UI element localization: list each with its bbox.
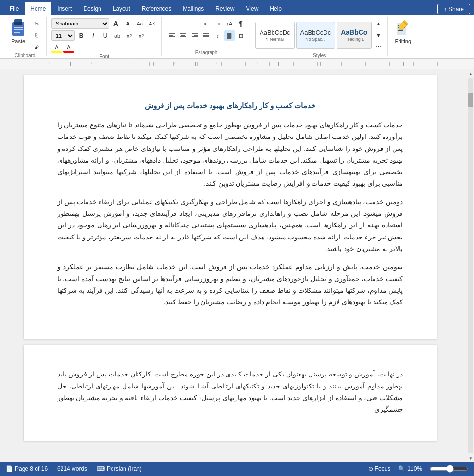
line-spacing-button[interactable]: ↕ <box>212 30 223 41</box>
tab-design[interactable]: Design <box>77 2 107 15</box>
justify-button[interactable] <box>201 30 212 41</box>
language-indicator: ⌨ Persian (Iran) <box>97 465 142 472</box>
svg-rect-2 <box>14 22 22 25</box>
clipboard-group: Paste ✂ ⎘ 🖌 Clipboard <box>4 17 47 56</box>
sort-button[interactable]: ↕A <box>224 18 235 29</box>
ruler-svg <box>29 62 445 70</box>
language-icon: ⌨ <box>97 465 105 472</box>
font-group: Shabnam A A Aa A✕ 11 B I U ab x2 x2 A A <box>48 17 162 56</box>
tab-layout[interactable]: Layout <box>107 2 136 15</box>
editing-icon <box>396 19 410 37</box>
svg-rect-3 <box>14 27 23 28</box>
page-info[interactable]: 📄 Page 8 of 16 <box>6 465 48 472</box>
subscript-button[interactable]: x2 <box>124 30 135 41</box>
copy-button[interactable]: ⎘ <box>31 30 42 40</box>
align-left-button[interactable] <box>166 30 177 41</box>
status-bar: 📄 Page 8 of 16 6214 words ⌨ Persian (Ira… <box>0 462 474 476</box>
shading-button[interactable]: ▓ <box>224 30 235 41</box>
tab-insert[interactable]: Insert <box>51 2 77 15</box>
decrease-font-button[interactable]: A <box>123 18 133 29</box>
page-2: در نهایت، آموزش و توسعه پرسنل بهعنوان یک… <box>24 345 437 441</box>
editing-button[interactable]: Editing <box>395 19 411 54</box>
share-button[interactable]: ↑ Share <box>437 4 470 14</box>
style-no-spacing-button[interactable]: AaBbCcDc No Spac... <box>296 22 336 49</box>
tab-references[interactable]: References <box>136 2 177 15</box>
page-1-para-1: خدمات کسب و کار راهکارهای بهبود خدمات پس… <box>57 120 403 190</box>
page-1-content: خدمات کسب و کار راهکارهای بهبود خدمات پس… <box>57 99 403 308</box>
paste-button[interactable]: Paste <box>8 18 29 45</box>
scroll-track <box>468 78 473 453</box>
zoom-level: 🔍 110% <box>398 465 422 472</box>
highlight-button[interactable]: A <box>51 42 62 53</box>
styles-scroll-down[interactable]: ▼ <box>373 30 384 40</box>
ribbon-tabs: File Home Insert Design Layout Reference… <box>0 0 474 15</box>
focus-icon: ⊙ <box>368 465 373 472</box>
numbering-button[interactable]: ≡ <box>178 18 188 29</box>
align-center-button[interactable] <box>178 30 188 41</box>
format-painter-button[interactable]: 🖌 <box>31 41 42 52</box>
paragraph-group: ≡ ≡ ≡ ⇤ ⇥ ↕A ¶ <box>162 17 250 56</box>
svg-rect-25 <box>398 30 403 31</box>
page-1: خدمات کسب و کار راهکارهای بهبود خدمات پس… <box>24 75 437 339</box>
zoom-slider[interactable] <box>430 465 468 473</box>
bullets-button[interactable]: ≡ <box>166 18 177 29</box>
zoom-icon: 🔍 <box>398 465 405 472</box>
ruler <box>0 59 474 69</box>
ribbon: Paste ✂ ⎘ 🖌 Clipboard Shabnam A A Aa A✕ <box>0 15 474 59</box>
editing-group: Editing <box>389 17 417 56</box>
doc-area: خدمات کسب و کار راهکارهای بهبود خدمات پس… <box>0 69 474 462</box>
borders-button[interactable]: ⊞ <box>236 30 246 41</box>
page-2-content: در نهایت، آموزش و توسعه پرسنل بهعنوان یک… <box>57 369 403 415</box>
scroll-down-button[interactable]: ▼ <box>467 455 474 462</box>
show-marks-button[interactable]: ¶ <box>236 18 246 29</box>
page-2-para-1: در نهایت، آموزش و توسعه پرسنل بهعنوان یک… <box>57 369 403 415</box>
align-right-button[interactable] <box>189 30 200 41</box>
svg-rect-4 <box>14 29 23 30</box>
italic-button[interactable]: I <box>88 30 99 41</box>
svg-rect-5 <box>14 32 20 33</box>
tab-home[interactable]: Home <box>25 2 51 15</box>
share-icon: ↑ <box>444 6 447 13</box>
page-icon: 📄 <box>6 465 13 472</box>
scroll-knob[interactable] <box>468 93 473 107</box>
styles-scroll-up[interactable]: ▲ <box>373 18 384 29</box>
ruler-line <box>29 62 445 66</box>
decrease-indent-button[interactable]: ⇤ <box>201 18 212 29</box>
document-pages: خدمات کسب و کار راهکارهای بهبود خدمات پس… <box>0 69 467 462</box>
increase-font-button[interactable]: A <box>111 18 121 29</box>
page-1-title: خدمات کسب و کار راهکارهای بهبود خدمات پس… <box>57 99 403 112</box>
tab-help[interactable]: Help <box>264 2 287 15</box>
styles-more[interactable]: ⋯ <box>373 41 384 52</box>
style-heading1-button[interactable]: AaBbCo Heading 1 <box>337 22 372 49</box>
styles-group: AaBbCcDc ¶ Normal AaBbCcDc No Spac... Aa… <box>251 17 388 56</box>
tab-file[interactable]: File <box>4 2 25 15</box>
increase-indent-button[interactable]: ⇥ <box>212 18 223 29</box>
superscript-button[interactable]: x2 <box>136 30 147 41</box>
font-color-button[interactable]: A <box>63 42 74 53</box>
tab-mailings[interactable]: Mailings <box>177 2 210 15</box>
tab-view[interactable]: View <box>240 2 264 15</box>
font-name-select[interactable]: Shabnam <box>51 18 109 29</box>
multilevel-button[interactable]: ≡ <box>189 18 200 29</box>
strikethrough-button[interactable]: ab <box>112 30 123 41</box>
scroll-up-button[interactable]: ▲ <box>467 70 474 77</box>
underline-button[interactable]: U <box>100 30 111 41</box>
case-button[interactable]: Aa <box>135 18 145 29</box>
paste-icon <box>11 19 26 38</box>
cut-button[interactable]: ✂ <box>31 18 42 29</box>
font-size-select[interactable]: 11 <box>51 30 75 41</box>
style-normal-button[interactable]: AaBbCcDc ¶ Normal <box>255 22 295 49</box>
tab-review[interactable]: Review <box>210 2 240 15</box>
vertical-scrollbar: ▲ ▼ <box>467 69 474 462</box>
bold-button[interactable]: B <box>76 30 87 41</box>
page-1-para-2: دومین خدمت، پیادهسازی و اجرای راهکارها ا… <box>57 197 403 255</box>
page-1-para-3: سومین خدمت، پایش و ارزیابی مداوم عملکرد … <box>57 262 403 308</box>
word-count[interactable]: 6214 words <box>57 465 87 472</box>
focus-button[interactable]: ⊙ Focus <box>368 465 391 472</box>
clear-format-button[interactable]: A✕ <box>147 18 157 29</box>
